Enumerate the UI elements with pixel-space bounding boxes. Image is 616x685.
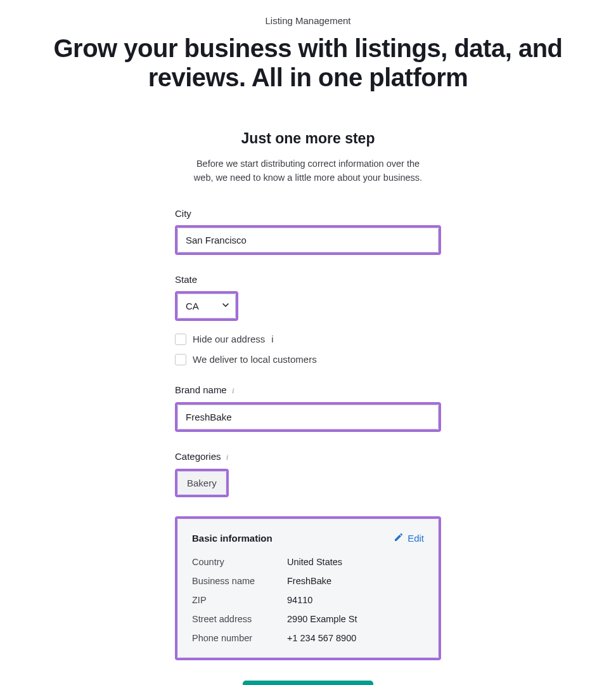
hero-title: Grow your business with listings, data, … (48, 34, 568, 92)
hide-address-checkbox[interactable] (175, 334, 186, 345)
info-row-business-name: Business name FreshBake (192, 576, 424, 586)
info-row-phone: Phone number +1 234 567 8900 (192, 633, 424, 643)
highlight-border: CA (175, 291, 238, 321)
highlight-border: Basic information Edit Country United St… (175, 516, 441, 660)
onboarding-form: Just one more step Before we start distr… (175, 130, 441, 685)
info-icon[interactable]: i (232, 386, 234, 395)
info-row-country: Country United States (192, 557, 424, 567)
highlight-border (175, 402, 441, 432)
brand-name-field: Brand name i (175, 384, 441, 432)
info-icon[interactable]: i (226, 452, 229, 462)
info-row-street: Street address 2990 Example St (192, 614, 424, 624)
start-distributing-button[interactable]: Start distributing info (243, 681, 374, 686)
hide-address-row[interactable]: Hide our address i (175, 334, 441, 345)
info-value: +1 234 567 8900 (287, 633, 356, 643)
info-row-zip: ZIP 94110 (192, 595, 424, 605)
state-field: State CA (175, 274, 441, 321)
category-chip[interactable]: Bakery (177, 471, 226, 495)
edit-icon (394, 532, 404, 544)
basic-info-card: Basic information Edit Country United St… (177, 519, 439, 658)
hide-address-label: Hide our address (193, 334, 265, 344)
state-label: State (175, 274, 441, 285)
info-key: Business name (192, 576, 287, 586)
info-value: United States (287, 557, 342, 567)
info-value: FreshBake (287, 576, 331, 586)
info-value: 94110 (287, 595, 312, 605)
edit-label: Edit (407, 533, 424, 544)
categories-field: Categories i Bakery (175, 451, 441, 497)
state-select[interactable]: CA (177, 294, 236, 318)
step-title: Just one more step (175, 130, 441, 147)
breadcrumb: Listing Management (0, 15, 616, 26)
brand-name-input[interactable] (177, 405, 439, 429)
deliver-local-row[interactable]: We deliver to local customers (175, 354, 441, 365)
categories-label: Categories i (175, 451, 441, 462)
deliver-local-checkbox[interactable] (175, 354, 186, 365)
city-label: City (175, 208, 441, 219)
city-field: City (175, 208, 441, 255)
checkbox-group: Hide our address i We deliver to local c… (175, 334, 441, 365)
step-description: Before we start distributing correct inf… (188, 157, 428, 185)
brand-name-label: Brand name i (175, 384, 441, 396)
basic-info-title: Basic information (192, 533, 273, 544)
annotation-arrow-icon (530, 658, 616, 686)
info-key: Phone number (192, 633, 287, 643)
info-key: ZIP (192, 595, 287, 605)
info-value: 2990 Example St (287, 614, 357, 624)
edit-button[interactable]: Edit (394, 532, 424, 544)
info-key: Street address (192, 614, 287, 624)
highlight-border: Bakery (175, 469, 229, 497)
deliver-local-label: We deliver to local customers (193, 354, 317, 365)
info-icon[interactable]: i (271, 334, 273, 344)
city-input[interactable] (177, 228, 439, 252)
info-key: Country (192, 557, 287, 567)
highlight-border (175, 225, 441, 255)
